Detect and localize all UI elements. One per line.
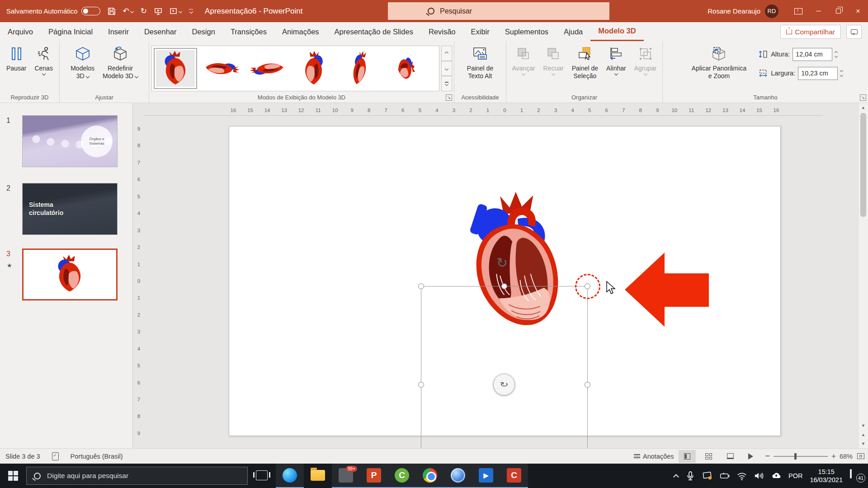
next-slide-button[interactable]: ▼: [859, 439, 868, 448]
resize-handle-middle-right[interactable]: [585, 382, 590, 388]
model-view-option-5[interactable]: [338, 48, 382, 89]
scroll-thumb[interactable]: [860, 113, 866, 217]
autosave-toggle[interactable]: [81, 7, 100, 15]
tab-inserir[interactable]: Inserir: [100, 22, 137, 41]
tab-arquivo[interactable]: Arquivo: [0, 22, 41, 41]
recorder-app-button[interactable]: C: [500, 464, 528, 488]
speaker-icon[interactable]: [754, 471, 764, 481]
scroll-up-button[interactable]: ▲: [859, 103, 868, 112]
slide-sorter-view-button[interactable]: [700, 450, 717, 463]
models-dropdown-icon[interactable]: [85, 74, 89, 78]
size-dialog-launcher[interactable]: ↘: [860, 94, 866, 101]
ribbon-display-options-button[interactable]: [788, 0, 808, 22]
language-badge[interactable]: POR: [788, 472, 802, 479]
scenes-dropdown-icon[interactable]: [42, 72, 45, 75]
camtasia-button[interactable]: C: [388, 464, 416, 488]
zoom-slider[interactable]: [774, 456, 828, 457]
taskbar-search[interactable]: Digite aqui para pesquisar: [26, 467, 248, 485]
tell-me-search[interactable]: Pesquisar: [388, 2, 609, 20]
browser-orb-button[interactable]: [444, 464, 472, 488]
slide-indicator[interactable]: Slide 3 de 3: [5, 453, 40, 460]
undo-button[interactable]: ↶: [123, 6, 133, 16]
zoom-in-button[interactable]: +: [831, 452, 836, 461]
redo-button[interactable]: ↻: [141, 6, 147, 16]
width-spinner[interactable]: [840, 70, 843, 76]
battery-icon[interactable]: [720, 471, 730, 481]
file-explorer-button[interactable]: [304, 464, 332, 488]
start-presentation-button[interactable]: [154, 7, 162, 15]
tab-ajuda[interactable]: Ajuda: [556, 22, 590, 41]
tab-modelo-3d[interactable]: Modelo 3D: [590, 22, 643, 41]
backward-dropdown-icon[interactable]: [552, 72, 555, 75]
save-button[interactable]: [108, 7, 116, 15]
pause-button[interactable]: Pausar: [3, 45, 30, 73]
tray-expand-icon[interactable]: [673, 474, 679, 480]
vertical-ruler[interactable]: 9876543210123456789: [134, 126, 144, 436]
account-control[interactable]: Rosane Dearaujo RD: [708, 5, 778, 18]
reading-view-button[interactable]: [722, 450, 739, 463]
onedrive-icon[interactable]: [771, 471, 781, 481]
tab-suplementos[interactable]: Suplementos: [497, 22, 556, 41]
gallery-down-button[interactable]: [441, 61, 452, 76]
reset-dropdown-icon[interactable]: [135, 74, 138, 78]
rotate-handle-icon[interactable]: ↻: [496, 255, 508, 271]
height-input[interactable]: [793, 48, 832, 61]
comments-button[interactable]: [846, 25, 862, 39]
slideshow-dropdown-icon[interactable]: [179, 9, 182, 13]
slideshow-settings-button[interactable]: [170, 7, 182, 15]
group-dropdown-icon[interactable]: [643, 72, 647, 75]
height-spinner[interactable]: [835, 52, 837, 57]
start-button[interactable]: [0, 464, 26, 488]
tab-desenhar[interactable]: Desenhar: [137, 22, 184, 41]
gallery-up-button[interactable]: [441, 46, 452, 61]
zoom-slider-thumb[interactable]: [794, 453, 797, 460]
group-objects-button[interactable]: Agrupar: [631, 45, 660, 76]
bring-forward-button[interactable]: Avançar: [508, 45, 538, 76]
restore-button[interactable]: [828, 0, 848, 22]
language-indicator[interactable]: Português (Brasil): [71, 453, 123, 460]
resize-handle-top-center[interactable]: [501, 283, 507, 289]
pan-zoom-button[interactable]: Aplicar Panorâmica e Zoom: [688, 45, 750, 81]
microphone-icon[interactable]: [685, 471, 695, 481]
horizontal-ruler[interactable]: 1615141312111098765432101234567891011121…: [229, 106, 781, 115]
model-view-option-6[interactable]: [384, 48, 428, 89]
model-view-option-1[interactable]: [154, 48, 197, 89]
gallery-more-button[interactable]: [441, 76, 452, 91]
selection-pane-button[interactable]: Painel de Seleção: [568, 45, 602, 81]
align-button[interactable]: Alinhar: [603, 45, 630, 76]
customize-qat-button[interactable]: [189, 9, 193, 14]
zoom-level[interactable]: 68%: [840, 453, 853, 460]
resize-handle-middle-left[interactable]: [418, 382, 424, 388]
autosave-control[interactable]: Salvamento Automático: [6, 7, 100, 15]
clock[interactable]: 15:15 16/03/2021: [810, 468, 843, 484]
slide-3-thumbnail[interactable]: [22, 249, 118, 300]
tab-p-gina-inicial[interactable]: Página Inicial: [41, 22, 100, 41]
chrome-button[interactable]: [416, 464, 444, 488]
tab-revis-o[interactable]: Revisão: [421, 22, 463, 41]
reset-3d-model-button[interactable]: Redefinir Modelo 3D: [99, 45, 142, 81]
slideshow-view-button[interactable]: [744, 450, 761, 463]
vertical-scrollbar[interactable]: ▲ ▼ ▲ ▼: [858, 103, 868, 448]
action-center-button[interactable]: 41: [850, 470, 863, 482]
model-view-option-4[interactable]: [292, 48, 335, 89]
tab-transi-es[interactable]: Transições: [223, 22, 274, 41]
previous-slide-button[interactable]: ▲: [859, 430, 868, 439]
undo-dropdown-icon[interactable]: [130, 9, 134, 13]
edge-taskbar-button[interactable]: [276, 464, 304, 488]
normal-view-button[interactable]: [679, 450, 696, 463]
slide-1-thumbnail[interactable]: Órgãos e Sistemas: [22, 115, 118, 167]
views-dialog-launcher[interactable]: ↘: [446, 94, 452, 101]
wifi-icon[interactable]: [737, 471, 747, 481]
3d-rotate-control[interactable]: ↻: [493, 374, 515, 395]
powerpoint-taskbar-button[interactable]: P: [360, 464, 388, 488]
avatar[interactable]: RD: [765, 5, 778, 18]
task-view-button[interactable]: [248, 464, 276, 488]
model-view-option-2[interactable]: [200, 48, 243, 89]
zoom-out-button[interactable]: −: [765, 451, 770, 461]
resize-handle-top-left[interactable]: [418, 283, 424, 289]
align-dropdown-icon[interactable]: [614, 72, 618, 75]
3d-models-button[interactable]: Modelos 3D: [67, 45, 98, 81]
display-share-icon[interactable]: [703, 471, 712, 481]
proofing-status-icon[interactable]: [52, 452, 59, 460]
alt-text-pane-button[interactable]: Painel de Texto Alt: [463, 45, 497, 81]
